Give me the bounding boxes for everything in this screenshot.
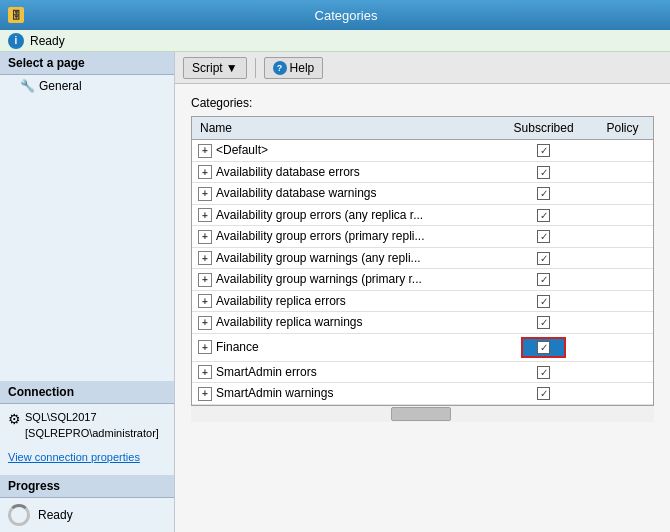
row-name-cell: +Availability group warnings (primary r.… [192, 269, 495, 291]
table-row[interactable]: +Finance [192, 333, 653, 361]
row-name-cell: +<Default> [192, 140, 495, 162]
info-icon: i [8, 33, 24, 49]
subscribed-checkbox[interactable] [537, 187, 550, 200]
progress-header: Progress [0, 475, 174, 498]
subscribed-checkbox[interactable] [537, 273, 550, 286]
subscribed-checkbox[interactable] [537, 366, 550, 379]
subscribed-cell[interactable] [495, 140, 592, 162]
subscribed-checkbox[interactable] [537, 295, 550, 308]
table-row[interactable]: +Availability database warnings [192, 183, 653, 205]
expand-icon[interactable]: + [198, 187, 212, 201]
subscribed-cell[interactable] [495, 226, 592, 248]
subscribed-cell[interactable] [495, 333, 592, 361]
col-name-header: Name [192, 117, 495, 140]
expand-icon[interactable]: + [198, 251, 212, 265]
table-row[interactable]: +SmartAdmin warnings [192, 383, 653, 405]
script-label: Script [192, 61, 223, 75]
subscribed-cell[interactable] [495, 204, 592, 226]
status-bar-top: i Ready [0, 30, 670, 52]
subscribed-cell[interactable] [495, 183, 592, 205]
subscribed-checkbox[interactable] [537, 316, 550, 329]
connection-info: ⚙ SQL\SQL2017 [SQLREPRO\administrator] [0, 404, 174, 447]
policy-cell [592, 247, 653, 269]
policy-cell [592, 312, 653, 334]
expand-icon[interactable]: + [198, 387, 212, 401]
script-button[interactable]: Script ▼ [183, 57, 247, 79]
scroll-thumb[interactable] [391, 407, 451, 421]
expand-icon[interactable]: + [198, 316, 212, 330]
expand-icon[interactable]: + [198, 294, 212, 308]
sidebar-connection-section: Connection ⚙ SQL\SQL2017 [SQLREPRO\admin… [0, 373, 174, 471]
horizontal-scrollbar[interactable] [191, 406, 654, 422]
status-text: Ready [30, 34, 65, 48]
subscribed-checkbox[interactable] [537, 230, 550, 243]
expand-icon[interactable]: + [198, 165, 212, 179]
connection-icon: ⚙ [8, 411, 21, 427]
subscribed-cell[interactable] [495, 383, 592, 405]
expand-icon[interactable]: + [198, 230, 212, 244]
progress-spinner [8, 504, 30, 526]
sidebar-item-general[interactable]: 🔧 General [0, 75, 174, 97]
select-page-header: Select a page [0, 52, 174, 75]
content-inner: Categories: Name Subscribed Policy +<Def… [175, 84, 670, 532]
subscribed-cell[interactable] [495, 269, 592, 291]
table-row[interactable]: +Availability database errors [192, 161, 653, 183]
categories-table-container[interactable]: Name Subscribed Policy +<Default>+Availa… [191, 116, 654, 406]
subscribed-checkbox[interactable] [537, 166, 550, 179]
subscribed-cell[interactable] [495, 290, 592, 312]
server-name: SQL\SQL2017 [25, 410, 159, 425]
subscribed-checkbox[interactable] [537, 252, 550, 265]
subscribed-checkbox[interactable] [537, 144, 550, 157]
row-name-cell: +SmartAdmin warnings [192, 383, 495, 405]
script-dropdown-icon: ▼ [226, 61, 238, 75]
expand-icon[interactable]: + [198, 365, 212, 379]
finance-checkbox[interactable] [537, 341, 550, 354]
subscribed-cell[interactable] [495, 247, 592, 269]
subscribed-cell[interactable] [495, 361, 592, 383]
col-subscribed-header: Subscribed [495, 117, 592, 140]
subscribed-cell[interactable] [495, 312, 592, 334]
subscribed-checkbox[interactable] [537, 387, 550, 400]
table-row[interactable]: +Availability replica errors [192, 290, 653, 312]
sidebar-progress-section: Progress Ready [0, 471, 174, 532]
table-row[interactable]: +Availability group warnings (primary r.… [192, 269, 653, 291]
table-row[interactable]: +<Default> [192, 140, 653, 162]
title-bar: 🗄 Categories [0, 0, 670, 30]
policy-cell [592, 383, 653, 405]
policy-cell [592, 269, 653, 291]
col-policy-header: Policy [592, 117, 653, 140]
sidebar: Select a page 🔧 General Connection ⚙ SQL… [0, 52, 175, 532]
table-row[interactable]: +Availability group errors (primary repl… [192, 226, 653, 248]
row-name-cell: +Availability group warnings (any repli.… [192, 247, 495, 269]
policy-cell [592, 204, 653, 226]
categories-label: Categories: [191, 96, 654, 110]
policy-cell [592, 226, 653, 248]
sidebar-general-label: General [39, 79, 82, 93]
policy-cell [592, 161, 653, 183]
row-name-cell: +Availability group errors (any replica … [192, 204, 495, 226]
categories-table: Name Subscribed Policy +<Default>+Availa… [192, 117, 653, 405]
view-connection-link[interactable]: View connection properties [0, 447, 174, 471]
help-button[interactable]: ? Help [264, 57, 324, 79]
expand-icon[interactable]: + [198, 273, 212, 287]
row-name-cell: +Availability replica errors [192, 290, 495, 312]
table-row[interactable]: +Availability replica warnings [192, 312, 653, 334]
expand-icon[interactable]: + [198, 208, 212, 222]
table-row[interactable]: +SmartAdmin errors [192, 361, 653, 383]
policy-cell [592, 140, 653, 162]
row-name-cell: +Availability group errors (primary repl… [192, 226, 495, 248]
subscribed-cell[interactable] [495, 161, 592, 183]
toolbar-separator [255, 58, 256, 78]
policy-cell [592, 183, 653, 205]
row-name-cell: +Availability database warnings [192, 183, 495, 205]
expand-icon[interactable]: + [198, 144, 212, 158]
table-row[interactable]: +Availability group errors (any replica … [192, 204, 653, 226]
window-title: Categories [30, 8, 662, 23]
connection-text: SQL\SQL2017 [SQLREPRO\administrator] [25, 410, 159, 441]
expand-icon[interactable]: + [198, 340, 212, 354]
subscribed-checkbox[interactable] [537, 209, 550, 222]
table-row[interactable]: +Availability group warnings (any repli.… [192, 247, 653, 269]
user-name: [SQLREPRO\administrator] [25, 426, 159, 441]
wrench-icon: 🔧 [20, 79, 35, 93]
toolbar: Script ▼ ? Help [175, 52, 670, 84]
